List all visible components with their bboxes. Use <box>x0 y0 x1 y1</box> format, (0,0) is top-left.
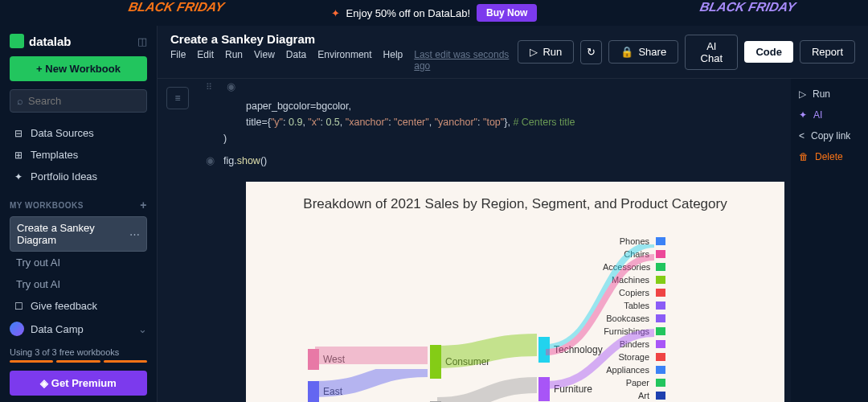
report-tab[interactable]: Report <box>800 40 855 64</box>
delete-button[interactable]: 🗑Delete <box>799 151 860 162</box>
promo-text: Enjoy 50% off on DataLab! <box>346 7 470 19</box>
search-field[interactable] <box>28 95 163 107</box>
menu-edit[interactable]: Edit <box>197 49 214 72</box>
cell-gutter: ≡ <box>158 79 198 402</box>
run-button[interactable]: ▷Run <box>518 40 574 64</box>
nav-data-sources[interactable]: ⊟Data Sources <box>10 122 147 144</box>
chevron-down-icon: ⌄ <box>138 323 147 335</box>
chat-icon: ☐ <box>13 301 24 312</box>
search-input[interactable]: ⌕ <box>10 89 147 113</box>
outline-toggle-icon[interactable]: ≡ <box>166 87 189 109</box>
editor[interactable]: ⠿ ◉ paper_bgcolor=bgcolor, title={"y": 0… <box>198 79 791 402</box>
menu-run[interactable]: Run <box>225 49 243 72</box>
copy-link-button[interactable]: <Copy link <box>799 130 860 142</box>
flow <box>315 369 428 402</box>
workbooks-header: MY WORKBOOKS + <box>10 199 147 211</box>
flow <box>546 244 654 402</box>
bulb-icon: ✦ <box>13 171 24 183</box>
chart-output[interactable]: Breakdown of 2021 Sales by Region, Segme… <box>246 182 784 402</box>
logo-mark-icon <box>10 34 24 48</box>
get-premium-button[interactable]: ◈ Get Premium <box>10 371 147 396</box>
usage-bar <box>10 360 147 363</box>
last-edit-status[interactable]: Last edit was seconds ago <box>414 49 518 72</box>
bf-banner-left: BLACK FRIDAY <box>127 0 226 14</box>
sparkle-icon: ✦ <box>799 109 807 121</box>
database-icon: ⊟ <box>13 128 24 139</box>
feedback-link[interactable]: ☐Give feedback <box>10 295 147 317</box>
restart-button[interactable]: ↻ <box>580 40 602 64</box>
visibility-icon[interactable]: ◉ <box>227 80 235 92</box>
sankey-chart[interactable]: West East Central Consumer Corporate Tec… <box>257 244 773 402</box>
menu-data[interactable]: Data <box>286 49 306 72</box>
collapse-sidebar-icon[interactable]: ◫ <box>137 35 147 47</box>
chart-title: Breakdown of 2021 Sales by Region, Segme… <box>257 196 773 212</box>
ai-chat-button[interactable]: AI Chat <box>685 35 738 70</box>
workbook-item-active[interactable]: Create a Sankey Diagram ⋯ <box>10 216 147 252</box>
drag-handle-icon[interactable]: ⠿ <box>206 82 214 92</box>
menu-file[interactable]: File <box>170 49 186 72</box>
usage-text: Using 3 of 3 free workbooks <box>10 347 147 357</box>
play-icon: ▷ <box>530 46 538 58</box>
run-cell-button[interactable]: ▷Run <box>799 88 860 100</box>
user-menu[interactable]: Data Camp ⌄ <box>10 317 147 341</box>
cell-actions-panel: ▷Run ✦AI <Copy link 🗑Delete <box>791 79 868 402</box>
workbook-item[interactable]: Try out AI <box>10 252 147 273</box>
ai-button[interactable]: ✦AI <box>799 109 860 121</box>
code-cell[interactable]: paper_bgcolor=bgcolor, title={"y": 0.9, … <box>198 95 784 177</box>
new-workbook-button[interactable]: + New Workbook <box>10 56 147 81</box>
trash-icon: 🗑 <box>799 151 809 162</box>
promo-bar: BLACK FRIDAY BLACK FRIDAY ✦ Enjoy 50% of… <box>0 0 868 26</box>
flow <box>437 373 537 402</box>
bf-banner-right: BLACK FRIDAY <box>698 0 797 14</box>
sidebar: datalab ◫ + New Workbook ⌕ ⊟Data Sources… <box>0 26 158 402</box>
brand-name: datalab <box>29 35 72 48</box>
menubar: File Edit Run View Data Environment Help… <box>170 49 518 72</box>
workbook-menu-icon[interactable]: ⋯ <box>129 228 140 240</box>
nav-portfolio[interactable]: ✦Portfolio Ideas <box>10 166 147 187</box>
play-icon: ▷ <box>799 88 806 100</box>
share-button[interactable]: 🔒Share <box>608 40 678 64</box>
template-icon: ⊞ <box>13 150 24 161</box>
logo[interactable]: datalab <box>10 34 72 48</box>
code-tab[interactable]: Code <box>744 41 793 63</box>
diamond-icon: ◈ <box>40 377 48 389</box>
add-workbook-icon[interactable]: + <box>140 199 147 211</box>
share-icon: < <box>799 130 805 142</box>
menu-help[interactable]: Help <box>383 49 403 72</box>
search-icon: ⌕ <box>17 95 23 107</box>
nav-templates[interactable]: ⊞Templates <box>10 144 147 166</box>
spark-icon: ✦ <box>331 7 340 19</box>
document-title[interactable]: Create a Sankey Diagram <box>170 32 518 46</box>
avatar-icon <box>10 322 24 336</box>
buy-now-button[interactable]: Buy Now <box>477 4 537 22</box>
lock-icon: 🔒 <box>620 46 633 58</box>
menu-environment[interactable]: Environment <box>317 49 371 72</box>
menu-view[interactable]: View <box>254 49 275 72</box>
topbar: Create a Sankey Diagram File Edit Run Vi… <box>158 26 868 79</box>
workbook-item[interactable]: Try out AI <box>10 273 147 295</box>
restart-icon: ↻ <box>587 46 596 58</box>
